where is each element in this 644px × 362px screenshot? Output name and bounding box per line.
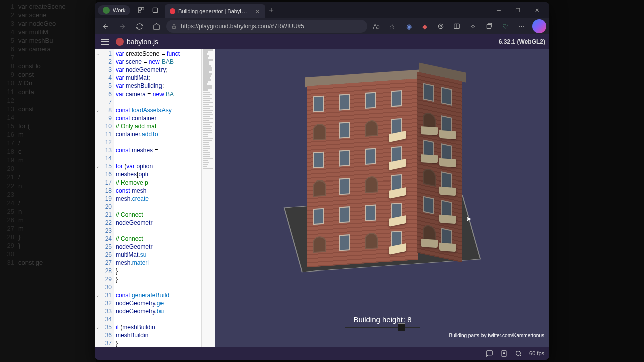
babylon-logo[interactable]: babylon.js xyxy=(116,38,158,46)
address-bar: https://playground.babylonjs.com/#7RWIUU… xyxy=(95,18,549,34)
forward-button[interactable] xyxy=(115,19,130,34)
editor-content[interactable]: var createScene = funct var scene = new … xyxy=(114,49,215,347)
fps-counter: 60 fps xyxy=(529,350,544,356)
babylon-logo-icon xyxy=(116,38,124,46)
credit-text: Building parts by twitter.com/Kammertonu… xyxy=(449,333,544,338)
svg-point-5 xyxy=(438,24,443,28)
favorites-icon[interactable]: ✧ xyxy=(466,19,480,33)
search-icon[interactable] xyxy=(515,350,522,357)
editor-minimap[interactable] xyxy=(201,49,215,347)
collections-icon[interactable] xyxy=(482,19,496,33)
profile-pill[interactable]: Work xyxy=(98,5,130,15)
babylon-header: babylon.js 6.32.1 (WebGL2) xyxy=(95,34,549,49)
svg-rect-1 xyxy=(142,8,144,10)
main-area: ⌄1234567⌄891011121314⌄151617181920212223… xyxy=(95,49,549,347)
url-input[interactable]: https://playground.babylonjs.com/#7RWIUU… xyxy=(166,20,367,33)
svg-point-6 xyxy=(440,25,442,27)
menu-icon[interactable]: ⋯ xyxy=(514,19,528,33)
tab-actions-icon[interactable] xyxy=(148,3,163,17)
url-text: https://playground.babylonjs.com/#7RWIUU… xyxy=(181,23,304,30)
svg-point-13 xyxy=(516,351,521,355)
chat-icon[interactable] xyxy=(486,350,493,357)
svg-rect-4 xyxy=(172,26,175,29)
favorite-icon[interactable]: ☆ xyxy=(385,19,399,33)
tab-favicon-icon xyxy=(170,8,175,14)
bottom-bar: 60 fps xyxy=(95,347,549,360)
read-aloud-icon[interactable]: A)) xyxy=(369,19,383,33)
svg-rect-0 xyxy=(139,8,141,10)
new-tab-button[interactable]: + xyxy=(268,5,274,16)
workspaces-icon[interactable] xyxy=(134,3,148,17)
profile-avatar-icon xyxy=(103,7,110,14)
tab-title: Building generator | Babylon.js P xyxy=(178,8,249,14)
maximize-button[interactable]: ☐ xyxy=(508,2,527,18)
browser-tab[interactable]: Building generator | Babylon.js P ✕ xyxy=(165,4,265,18)
docs-icon[interactable] xyxy=(500,350,508,357)
slider-label: Building height: 8 xyxy=(345,315,420,324)
minimize-button[interactable]: ─ xyxy=(489,2,508,18)
tab-close-icon[interactable]: ✕ xyxy=(255,8,260,15)
hamburger-menu[interactable] xyxy=(99,37,111,47)
version-label: 6.32.1 (WebGL2) xyxy=(499,38,545,45)
cursor-icon: ➤ xyxy=(466,215,472,223)
height-slider[interactable] xyxy=(345,327,420,328)
copilot-icon[interactable] xyxy=(532,19,546,33)
refresh-button[interactable] xyxy=(132,19,147,34)
home-button[interactable] xyxy=(149,19,164,34)
profile-label: Work xyxy=(113,7,125,13)
back-button[interactable] xyxy=(98,19,113,34)
titlebar: Work Building generator | Babylon.js P ✕… xyxy=(95,2,549,18)
browser-window: Work Building generator | Babylon.js P ✕… xyxy=(95,2,549,360)
svg-line-14 xyxy=(520,355,521,356)
toolbar-icons: A)) ☆ ◉ ◆ ✧ ♡ ⋯ xyxy=(369,19,546,33)
svg-rect-2 xyxy=(139,11,141,13)
slider-thumb[interactable] xyxy=(398,323,405,331)
extension-1-icon[interactable]: ◉ xyxy=(401,19,416,33)
extension-2-icon[interactable]: ◆ xyxy=(418,19,432,33)
editor-gutter: ⌄1234567⌄891011121314⌄151617181920212223… xyxy=(95,49,114,347)
app-name: babylon.js xyxy=(127,38,158,46)
code-editor[interactable]: ⌄1234567⌄891011121314⌄151617181920212223… xyxy=(95,49,215,347)
background-editor: 1var createScene2 var scene3 var nodeGeo… xyxy=(0,0,96,362)
scene-building xyxy=(277,72,488,314)
extensions-icon[interactable] xyxy=(434,19,448,33)
svg-rect-3 xyxy=(153,8,158,12)
window-controls: ─ ☐ ✕ xyxy=(489,2,546,18)
height-control: Building height: 8 xyxy=(345,315,420,328)
render-canvas[interactable]: Building height: 8 Building parts by twi… xyxy=(215,49,549,347)
lock-icon xyxy=(171,24,177,29)
close-button[interactable]: ✕ xyxy=(527,2,546,18)
extension-3-icon[interactable]: ♡ xyxy=(498,19,512,33)
svg-rect-9 xyxy=(487,25,491,29)
split-screen-icon[interactable] xyxy=(450,19,464,33)
